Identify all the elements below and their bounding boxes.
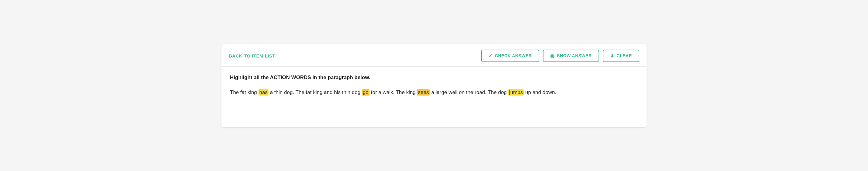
text-segment: a thin dog. The fat king and his thin do… bbox=[269, 89, 362, 95]
paragraph-text: The fat king has a thin dog. The fat kin… bbox=[230, 87, 638, 98]
highlighted-word-go[interactable]: go bbox=[362, 89, 370, 95]
back-to-item-list-button[interactable]: BACK TO ITEM LIST bbox=[229, 52, 275, 60]
check-answer-button[interactable]: ✓ CHECK ANSWER bbox=[481, 50, 539, 62]
header: BACK TO ITEM LIST ✓ CHECK ANSWER ◉ SHOW … bbox=[221, 44, 647, 67]
show-answer-button[interactable]: ◉ SHOW ANSWER bbox=[543, 50, 599, 62]
show-answer-label: SHOW ANSWER bbox=[557, 53, 592, 58]
check-answer-label: CHECK ANSWER bbox=[495, 53, 532, 58]
eye-icon: ◉ bbox=[550, 53, 555, 59]
clear-label: CLEAR bbox=[617, 53, 632, 58]
clear-button[interactable]: ⬇ CLEAR bbox=[603, 50, 639, 62]
text-segment: a large well on the road. The dog bbox=[430, 89, 508, 95]
header-actions: ✓ CHECK ANSWER ◉ SHOW ANSWER ⬇ CLEAR bbox=[481, 50, 639, 62]
main-container: BACK TO ITEM LIST ✓ CHECK ANSWER ◉ SHOW … bbox=[221, 44, 647, 127]
clear-icon: ⬇ bbox=[610, 53, 614, 59]
text-segment: up and down. bbox=[524, 89, 556, 95]
content-area: Highlight all the ACTION WORDS in the pa… bbox=[221, 67, 647, 106]
highlighted-word-has[interactable]: has bbox=[258, 89, 269, 95]
check-icon: ✓ bbox=[489, 53, 493, 59]
text-segment: The fat king bbox=[230, 89, 258, 95]
highlighted-word-sees[interactable]: sees bbox=[417, 89, 430, 95]
text-segment: for a walk. The king bbox=[370, 89, 417, 95]
instruction-text: Highlight all the ACTION WORDS in the pa… bbox=[230, 75, 638, 81]
highlighted-word-jumps[interactable]: jumps bbox=[508, 89, 524, 95]
